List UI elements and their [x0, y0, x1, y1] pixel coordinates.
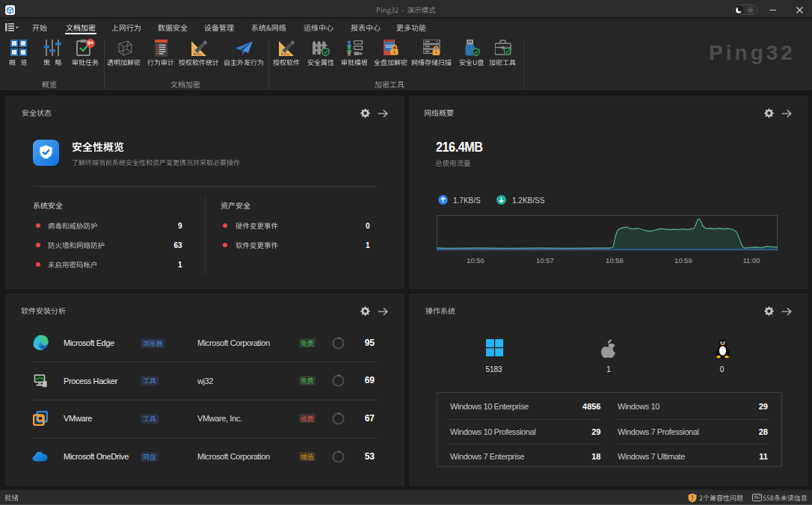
svg-text:9+: 9+: [87, 40, 93, 46]
